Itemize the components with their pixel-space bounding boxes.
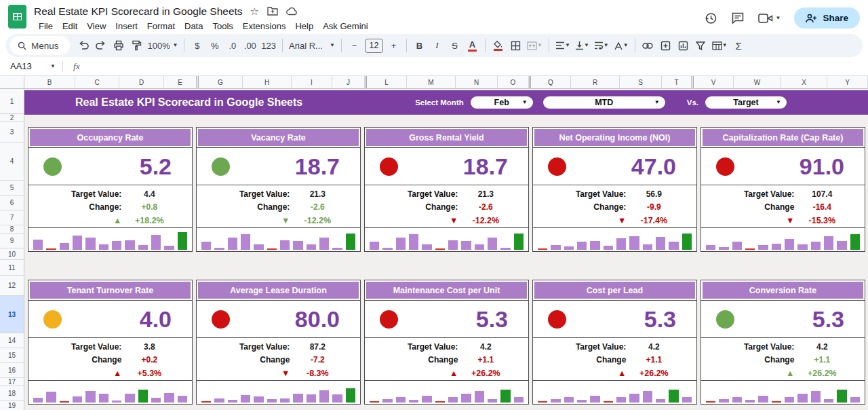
share-button[interactable]: Share [794,7,860,29]
horizontal-align-button[interactable]: ▼ [553,37,572,54]
column-header-L[interactable]: L [365,76,407,88]
vertical-align-button[interactable]: ▼ [573,37,591,54]
column-header-V[interactable]: V [692,76,734,88]
menu-insert[interactable]: Insert [111,20,142,33]
join-call-button[interactable]: ▼ [758,13,781,24]
insert-link-button[interactable] [639,37,656,54]
document-title[interactable]: Real Estate KPI Scorecard in Google Shee… [34,5,243,18]
font-select[interactable]: Arial R...▼ [287,37,337,54]
create-filter-button[interactable] [692,37,709,54]
row-header-3[interactable]: 3 [0,122,24,143]
fill-color-button[interactable] [490,37,507,54]
italic-button[interactable]: I [429,37,446,54]
insert-comment-button[interactable] [657,37,674,54]
select-all-corner[interactable] [0,76,24,89]
bold-button[interactable]: B [411,37,428,54]
paint-format-button[interactable] [128,37,145,54]
row-header-15[interactable]: 15 [0,348,24,363]
menu-tools[interactable]: Tools [208,20,237,33]
sheets-logo-icon[interactable] [8,5,26,29]
font-size-input[interactable]: 12 [365,39,383,53]
row-header-7[interactable]: 7 [0,210,24,225]
month-dropdown[interactable]: Feb ▼ [471,96,533,109]
compare-dropdown[interactable]: Target ▼ [705,96,787,109]
menu-data[interactable]: Data [180,20,208,33]
row-header-8[interactable]: 8 [0,225,24,234]
menu-format[interactable]: Format [142,20,180,33]
column-header-N[interactable]: N [456,76,498,88]
formula-input[interactable] [80,57,868,75]
column-header-E[interactable]: E [164,76,197,88]
format-percent-button[interactable]: % [206,37,223,54]
column-header-G[interactable]: G [197,76,243,88]
row-header-17[interactable]: 17 [0,378,24,386]
format-currency-button[interactable]: $ [189,37,205,54]
menu-file[interactable]: File [34,20,58,33]
more-formats-button[interactable]: 123 [259,37,278,54]
row-header-14[interactable]: 14 [0,333,24,348]
insert-chart-button[interactable] [675,37,692,54]
text-color-button[interactable]: A [464,37,481,54]
table-views-button[interactable]: ▼ [710,37,730,54]
column-header-H[interactable]: H [243,76,292,88]
row-header-4[interactable]: 4 [0,143,24,181]
sheet-canvas[interactable]: Real Estate KPI Scorecard in Google Shee… [24,89,868,410]
menu-ask-gemini[interactable]: Ask Gemini [318,20,372,33]
menu-edit[interactable]: Edit [58,20,82,33]
increase-decimal-button[interactable]: .00 [241,37,258,54]
text-wrap-button[interactable]: ▼ [592,37,611,54]
borders-button[interactable] [507,37,524,54]
comments-icon[interactable] [731,12,745,25]
functions-button[interactable]: Σ [730,37,747,54]
column-header-T[interactable]: T [662,76,692,88]
column-header-S[interactable]: S [620,76,662,88]
decrease-decimal-button[interactable]: .0 [224,37,241,54]
version-history-icon[interactable] [704,12,717,25]
menus-search-button[interactable]: Menus [10,36,70,55]
column-header-D[interactable]: D [119,76,164,88]
period-dropdown[interactable]: MTD ▼ [543,96,665,109]
row-header-6[interactable]: 6 [0,195,24,210]
text-rotation-button[interactable]: ▼ [612,37,631,54]
column-header-B[interactable]: B [24,76,75,88]
column-header-I[interactable]: I [292,76,332,88]
menu-extensions[interactable]: Extensions [238,20,291,33]
menu-help[interactable]: Help [290,20,318,33]
increase-font-size-button[interactable]: + [385,37,402,54]
kpi-stats: Target Value:107.4Change-16.4▼-15.3% [701,185,865,228]
decrease-font-size-button[interactable]: − [346,37,363,54]
column-header-R[interactable]: R [571,76,620,88]
undo-button[interactable] [75,37,92,54]
column-header-J[interactable]: J [332,76,365,88]
column-header-O[interactable]: O [498,76,529,88]
menu-view[interactable]: View [82,20,111,33]
redo-button[interactable] [93,37,110,54]
row-header-10[interactable]: 10 [0,248,24,260]
spark-bar [745,400,755,403]
merge-cells-button[interactable]: ▼ [525,37,545,54]
column-header-C[interactable]: C [75,76,119,88]
column-header-Q[interactable]: Q [529,76,571,88]
row-header-19[interactable]: 19 [0,401,24,410]
row-header-13[interactable]: 13 [0,296,24,333]
row-header-11[interactable]: 11 [0,260,24,276]
row-header-2[interactable]: 2 [0,114,24,122]
row-header-16[interactable]: 16 [0,363,24,378]
column-header-W[interactable]: W [734,76,781,88]
column-header-Y[interactable]: Y [827,76,868,88]
name-box[interactable]: AA13 ▼ [0,61,62,71]
move-folder-icon[interactable] [267,7,278,16]
star-icon[interactable]: ☆ [250,5,259,18]
call-caret-icon[interactable]: ▼ [776,16,781,21]
row-header-12[interactable]: 12 [0,276,24,296]
column-header-M[interactable]: M [407,76,456,88]
zoom-select[interactable]: 100% ▼ [146,37,180,54]
print-button[interactable] [111,37,127,54]
row-header-18[interactable]: 18 [0,386,24,401]
cloud-status-icon[interactable] [286,7,298,16]
row-header-5[interactable]: 5 [0,181,24,195]
strikethrough-button[interactable]: S [446,37,463,54]
column-header-X[interactable]: X [781,76,827,88]
row-header-1[interactable]: 1 [0,89,24,114]
row-header-9[interactable]: 9 [0,234,24,248]
